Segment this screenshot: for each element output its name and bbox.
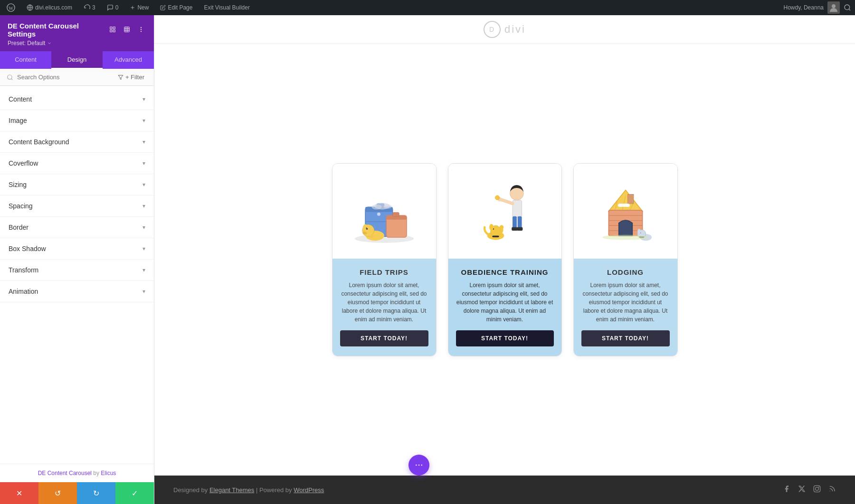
fab-button[interactable] — [408, 455, 429, 476]
carousel-card-lodging: LODGING Lorem ipsum dolor sit amet, cons… — [573, 163, 678, 356]
svg-point-38 — [366, 227, 367, 229]
filter-button[interactable]: + Filter — [115, 73, 147, 82]
svg-rect-48 — [512, 227, 517, 230]
sidebar-preset[interactable]: Preset: Default — [8, 40, 146, 47]
sidebar-title-icons — [107, 25, 146, 35]
howdy-text: Howdy, Deanna — [784, 4, 824, 11]
instagram-icon[interactable] — [813, 485, 821, 495]
svg-line-22 — [11, 78, 13, 80]
obedience-illustration — [467, 173, 543, 249]
admin-bar: W divi.elicus.com 3 0 New Edit Page Exit… — [0, 0, 855, 15]
lodging-illustration — [588, 173, 664, 249]
elegant-themes-link[interactable]: Elegant Themes — [209, 486, 254, 494]
sidebar-tabs: Content Design Advanced — [0, 51, 154, 69]
svg-rect-13 — [124, 27, 130, 32]
svg-rect-12 — [110, 30, 112, 32]
svg-rect-10 — [113, 27, 115, 28]
card-cta-lodging[interactable]: START TODAY! — [581, 330, 670, 346]
redo-button[interactable]: ↻ — [77, 482, 115, 504]
card-desc-obedience: Lorem ipsum dolor sit amet, consectetur … — [456, 281, 554, 324]
search-options-input[interactable] — [17, 74, 111, 81]
option-transform[interactable]: Transform ▾ — [0, 260, 154, 281]
svg-point-81 — [421, 465, 423, 466]
option-coverflow[interactable]: Coverflow ▾ — [0, 153, 154, 174]
chevron-down-icon: ▾ — [142, 288, 145, 295]
sidebar-icon-grid[interactable] — [122, 25, 132, 35]
svg-rect-55 — [492, 235, 499, 237]
filter-icon — [118, 75, 124, 80]
rss-icon[interactable] — [828, 485, 836, 495]
sidebar-header: DE Content Carousel Settings Preset: Def… — [0, 15, 154, 51]
svg-point-79 — [416, 465, 417, 466]
svg-point-76 — [816, 487, 819, 491]
option-content[interactable]: Content ▾ — [0, 89, 154, 110]
svg-rect-49 — [516, 227, 522, 230]
wordpress-link[interactable]: WordPress — [294, 486, 324, 494]
reset-button[interactable]: ↺ — [38, 482, 77, 504]
card-title-field-trips: FIELD TRIPS — [360, 268, 408, 276]
option-spacing[interactable]: Spacing ▾ — [0, 196, 154, 217]
card-cta-obedience[interactable]: START TODAY! — [456, 330, 554, 346]
edit-page-btn[interactable]: Edit Page — [157, 0, 195, 15]
svg-rect-32 — [392, 212, 399, 216]
plugin-link[interactable]: DE Content Carousel — [38, 470, 92, 476]
field-trips-illustration — [346, 173, 422, 249]
option-sizing[interactable]: Sizing ▾ — [0, 174, 154, 196]
card-cta-field-trips[interactable]: START TODAY! — [340, 330, 428, 346]
twitter-x-icon[interactable] — [798, 485, 806, 495]
new-btn[interactable]: New — [127, 0, 152, 15]
search-icon[interactable] — [844, 4, 851, 11]
author-link[interactable]: Elicus — [101, 470, 116, 476]
svg-point-40 — [371, 204, 381, 209]
search-options-icon — [7, 74, 13, 81]
card-image-field-trips — [332, 164, 436, 259]
sidebar: DE Content Carousel Settings Preset: Def… — [0, 15, 154, 504]
svg-point-74 — [602, 234, 649, 240]
main-layout: DE Content Carousel Settings Preset: Def… — [0, 15, 855, 504]
chevron-down-icon: ▾ — [142, 224, 145, 231]
svg-point-77 — [818, 486, 819, 487]
svg-rect-46 — [513, 216, 517, 229]
card-title-lodging: LODGING — [607, 268, 644, 276]
facebook-icon[interactable] — [783, 485, 790, 495]
chevron-down-icon: ▾ — [142, 245, 145, 252]
more-options-icon — [414, 460, 424, 470]
svg-point-54 — [499, 225, 504, 229]
tab-content[interactable]: Content — [0, 51, 51, 69]
footer-social-icons — [783, 485, 836, 495]
svg-rect-60 — [627, 194, 633, 204]
card-desc-field-trips: Lorem ipsum dolor sit amet, consectetur … — [340, 281, 428, 324]
svg-point-68 — [626, 204, 629, 207]
divi-header: D divi — [154, 15, 855, 44]
option-image[interactable]: Image ▾ — [0, 110, 154, 131]
option-content-background[interactable]: Content Background ▾ — [0, 131, 154, 153]
chevron-down-icon: ▾ — [142, 160, 145, 167]
sidebar-search: + Filter — [0, 69, 154, 86]
save-button[interactable]: ✓ — [115, 482, 154, 504]
tab-advanced[interactable]: Advanced — [103, 51, 154, 69]
sidebar-title: DE Content Carousel Settings — [8, 22, 107, 38]
wp-logo[interactable]: W — [4, 0, 18, 15]
card-body-obedience: OBEDIENCE TRAINING Lorem ipsum dolor sit… — [448, 259, 561, 356]
card-image-lodging — [574, 164, 677, 259]
option-border[interactable]: Border ▾ — [0, 217, 154, 238]
comments-btn[interactable]: 0 — [104, 0, 122, 15]
card-body-field-trips: FIELD TRIPS Lorem ipsum dolor sit amet, … — [332, 259, 436, 356]
site-url[interactable]: divi.elicus.com — [24, 0, 75, 15]
canvas-content: FIELD TRIPS Lorem ipsum dolor sit amet, … — [154, 44, 855, 504]
option-box-shadow[interactable]: Box Shadow ▾ — [0, 238, 154, 260]
tab-design[interactable]: Design — [51, 51, 103, 69]
card-body-lodging: LODGING Lorem ipsum dolor sit amet, cons… — [574, 259, 677, 356]
revisions-btn[interactable]: 3 — [81, 0, 98, 15]
svg-point-18 — [141, 27, 141, 28]
option-animation[interactable]: Animation ▾ — [0, 281, 154, 302]
user-avatar[interactable] — [827, 1, 840, 14]
carousel-section: FIELD TRIPS Lorem ipsum dolor sit amet, … — [154, 44, 855, 476]
sidebar-icon-layout[interactable] — [107, 25, 118, 35]
svg-point-41 — [383, 204, 392, 208]
svg-point-20 — [141, 31, 141, 31]
chevron-down-icon: ▾ — [142, 96, 145, 103]
sidebar-icon-more[interactable] — [136, 25, 146, 35]
exit-builder-btn[interactable]: Exit Visual Builder — [201, 0, 253, 15]
cancel-button[interactable]: ✕ — [0, 482, 38, 504]
